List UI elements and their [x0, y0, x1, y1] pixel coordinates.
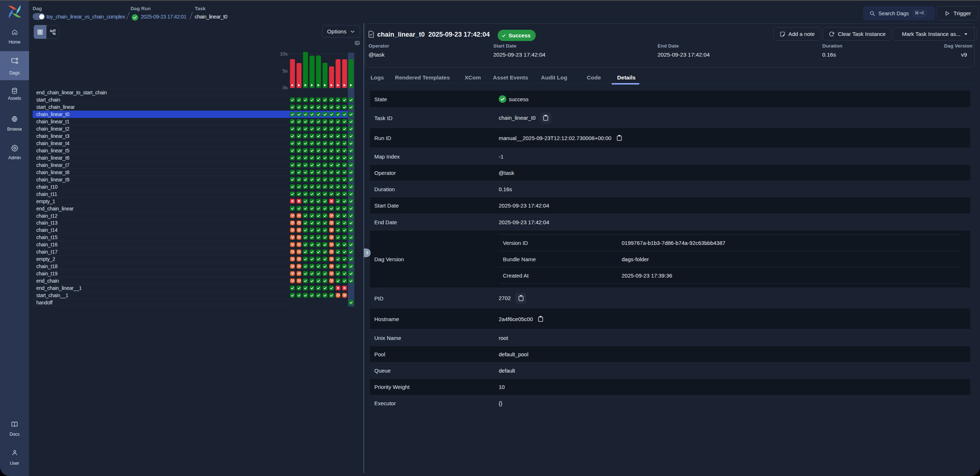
- svg-text:0s: 0s: [283, 85, 288, 90]
- svg-text:5s: 5s: [283, 68, 288, 74]
- svg-text:10s: 10s: [280, 51, 288, 57]
